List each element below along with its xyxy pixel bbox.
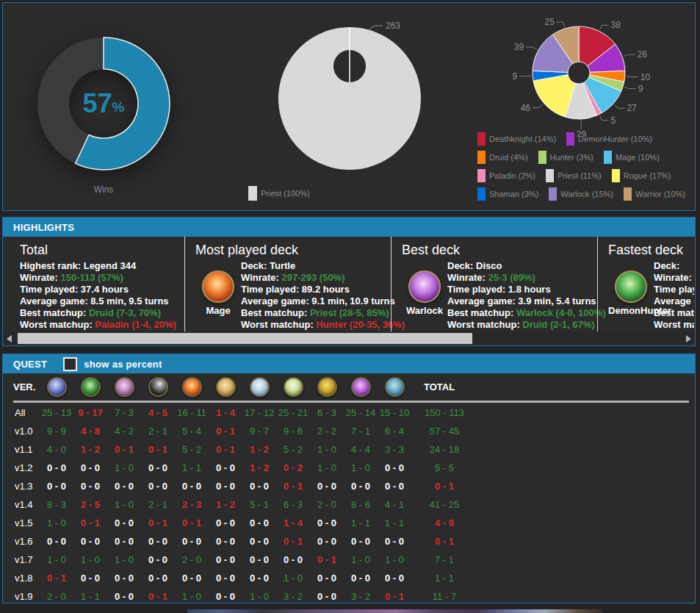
- win-loss-cell: 0 - 1: [175, 517, 209, 528]
- paladin-slice-value: 5: [611, 115, 616, 126]
- legend-item: Druid (4%): [477, 151, 528, 164]
- highlight-card: TotalHighest rank: Legend 344Winrate: 15…: [4, 237, 184, 331]
- deathknight-class-icon: [47, 377, 67, 397]
- win-loss-cell: 0 - 0: [40, 536, 73, 547]
- win-loss-cell: 1 - 1: [73, 591, 107, 602]
- win-loss-cell: 0 - 1: [209, 444, 242, 455]
- games-by-player-class-chart: 263: [269, 18, 430, 179]
- win-loss-cell: 1 - 0: [175, 591, 209, 602]
- win-loss-cell: 0 - 0: [107, 481, 141, 492]
- stat-value: 25-3 (89%): [488, 272, 535, 283]
- win-loss-cell: 1 - 0: [107, 499, 141, 510]
- priest-class-icon: [250, 377, 270, 397]
- highlights-scrollbar[interactable]: [4, 332, 694, 345]
- games-chart-legend: Priest (100%): [248, 187, 395, 205]
- win-loss-cell: 1 - 0: [107, 462, 141, 473]
- win-loss-cell: 4 - 4: [344, 444, 378, 455]
- win-loss-cell: 0 - 0: [310, 481, 344, 492]
- table-row: v1.30 - 00 - 00 - 00 - 00 - 00 - 00 - 00…: [13, 477, 689, 495]
- stat-line: Winrate:: [654, 272, 694, 284]
- scrollbar-thumb[interactable]: [18, 333, 472, 344]
- win-loss-cell: 1 - 0: [310, 444, 344, 455]
- quest-table-header: VER. TOTAL: [13, 373, 689, 401]
- version-label: v1.3: [13, 481, 40, 492]
- win-loss-cell: 0 - 1: [310, 554, 344, 565]
- legend-item: Shaman (3%): [477, 187, 538, 201]
- mage-class-icon: [182, 377, 202, 397]
- show-as-percent-checkbox[interactable]: [63, 357, 77, 371]
- legend-label: Warlock (15%): [560, 190, 613, 198]
- win-loss-cell: 1 - 0: [378, 554, 411, 565]
- scroll-right-button[interactable]: [683, 332, 694, 345]
- stat-value: 89.2 hours: [302, 284, 350, 295]
- win-loss-cell: 0 - 1: [378, 591, 411, 602]
- win-loss-cell: 0 - 0: [141, 481, 175, 492]
- stat-value: Druid (2-1, 67%): [522, 319, 594, 330]
- scroll-left-button[interactable]: [4, 332, 15, 345]
- stat-value: 8.5 min, 9.5 turns: [90, 295, 168, 306]
- mage-deck-icon: [202, 270, 234, 303]
- win-loss-cell: 0 - 0: [209, 573, 242, 584]
- deck-tracker-stats-window: 57% Wins 263 Priest (100%) 3826109275294…: [0, 0, 700, 613]
- class-column-header: [107, 377, 141, 397]
- stat-label: Time played:: [241, 284, 302, 295]
- win-loss-cell: 5 - 2: [175, 444, 209, 455]
- stat-line: Worst matchup:: [654, 319, 694, 331]
- win-loss-cell: 2 - 1: [141, 426, 175, 437]
- legend-label: Druid (4%): [489, 153, 528, 162]
- win-loss-cell: 25 - 14: [344, 407, 378, 418]
- show-as-percent-label[interactable]: show as percent: [84, 359, 162, 370]
- stat-value: Druid (7-3, 70%): [89, 307, 161, 318]
- card-title: Fastest deck: [608, 243, 694, 258]
- stat-label: Highest rank:: [20, 260, 84, 271]
- win-loss-cell: 1 - 1: [344, 517, 378, 528]
- scrollbar-track[interactable]: [15, 332, 683, 345]
- win-loss-cell: 0 - 1: [141, 517, 175, 528]
- win-loss-cell: 2 - 0: [310, 499, 344, 510]
- legend-label: DemonHunter (10%): [578, 135, 652, 143]
- shaman-slice-value: 9: [512, 71, 517, 82]
- win-loss-cell: 5 - 4: [175, 426, 209, 437]
- stat-value: Legend 344: [84, 260, 137, 271]
- win-loss-cell: 2 - 1: [141, 499, 175, 510]
- win-loss-cell: 0 - 0: [344, 481, 378, 492]
- stat-line: Average game: 8.5 min, 9.5 turns: [20, 295, 184, 307]
- card-stats: Deck: TurtleWinrate: 297-293 (50%)Time p…: [241, 260, 391, 331]
- version-label: v1.2: [13, 462, 40, 473]
- legend-item: DemonHunter (10%): [566, 132, 652, 146]
- win-loss-cell: 5 - 1: [242, 499, 276, 510]
- stat-label: Winrate:: [654, 272, 692, 283]
- class-column-header: [175, 377, 209, 397]
- total-cell: 0 - 1: [411, 481, 477, 492]
- stat-value: 297-293 (50%): [282, 272, 345, 283]
- highlights-title: HIGHLIGHTS: [13, 222, 74, 233]
- card-title: Best deck: [402, 243, 597, 258]
- win-loss-cell: 1 - 2: [242, 462, 276, 473]
- deck-class-label: DemonHunter: [608, 305, 654, 316]
- win-loss-cell: 1 - 0: [107, 554, 141, 565]
- highlights-header: HIGHLIGHTS: [3, 218, 695, 237]
- win-loss-cell: 6 - 3: [276, 499, 310, 510]
- win-loss-cell: 0 - 1: [40, 573, 73, 584]
- version-label: v1.4: [13, 499, 40, 510]
- win-loss-cell: 0 - 0: [378, 573, 411, 584]
- stat-line: Time played: 1.8 hours: [447, 284, 597, 295]
- legend-item: Warrior (10%): [624, 187, 685, 201]
- class-column-header: [40, 377, 73, 397]
- shaman-class-icon: [317, 377, 337, 397]
- stat-label: Deck:: [447, 260, 476, 271]
- stat-line: Deck: Disco: [447, 260, 597, 272]
- win-loss-cell: 2 - 0: [40, 591, 73, 602]
- legend-item: Rogue (17%): [612, 169, 671, 182]
- win-loss-cell: 2 - 5: [73, 499, 107, 510]
- version-label: v1.8: [13, 573, 40, 584]
- stat-label: Worst matchup:: [654, 319, 694, 330]
- legend-label: Rogue (17%): [624, 171, 671, 180]
- win-loss-cell: 0 - 0: [378, 481, 411, 492]
- table-row: v1.80 - 10 - 00 - 00 - 00 - 00 - 00 - 01…: [13, 569, 689, 587]
- version-label: v1.5: [13, 517, 40, 528]
- stat-line: Time played:: [654, 284, 694, 295]
- win-loss-cell: 25 - 13: [40, 407, 73, 418]
- stat-line: Highest rank: Legend 344: [20, 260, 184, 272]
- total-cell: 0 - 1: [411, 536, 477, 547]
